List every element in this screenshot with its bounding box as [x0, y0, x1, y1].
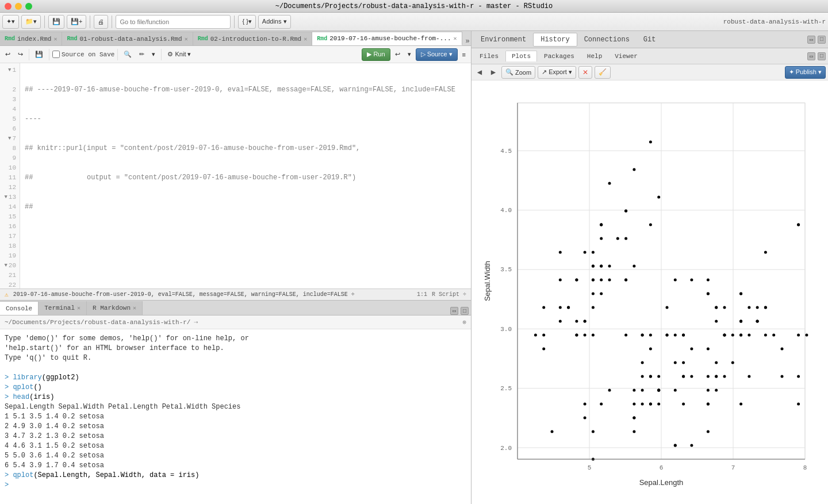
tab-connections[interactable]: Connections — [577, 33, 637, 46]
code-area[interactable]: ## ----2019-07-16-amuse-bouche-from-user… — [20, 63, 471, 288]
new-file-button[interactable]: ✦▾ — [2, 15, 19, 29]
code-tools-btn[interactable]: ▾ — [149, 48, 158, 61]
expand-right-bottom-button[interactable]: □ — [818, 52, 826, 60]
tab-packages[interactable]: Packages — [538, 51, 580, 61]
svg-point-134 — [682, 402, 685, 405]
source-button[interactable]: ▷ Source ▾ — [416, 48, 458, 61]
goto-file-input[interactable] — [116, 15, 231, 29]
open-button[interactable]: 📁▾ — [21, 15, 41, 29]
run-prev-button[interactable]: ↩ — [392, 48, 403, 61]
collapse-console-button[interactable]: ▭ — [450, 307, 458, 315]
svg-point-4 — [592, 251, 595, 253]
save-all-button[interactable]: 💾+ — [67, 15, 86, 29]
collapse-right-bottom-button[interactable]: ▭ — [807, 52, 815, 60]
svg-point-21 — [600, 237, 603, 240]
tab-amuse[interactable]: Rmd 2019-07-16-amuse-bouche-from-... ✕ — [312, 32, 462, 45]
ln-2: 2 — [3, 85, 16, 95]
svg-point-129 — [764, 333, 767, 336]
sep2 — [90, 16, 90, 28]
print-button[interactable]: 🖨 — [94, 15, 108, 29]
plot-next-button[interactable]: ▶ — [488, 67, 499, 78]
ln-17: 17 — [3, 232, 16, 241]
undo-button[interactable]: ↩ — [2, 48, 13, 61]
tab-files[interactable]: Files — [474, 51, 504, 61]
code-tools-button[interactable]: { }▾ — [238, 15, 255, 29]
minimize-button[interactable] — [15, 3, 22, 10]
console-pane: Console Terminal ✕ R Markdown ✕ ▭ □ ~/Do… — [0, 300, 471, 504]
console-tab-rmarkdown[interactable]: R Markdown ✕ — [87, 301, 143, 315]
tab-history[interactable]: History — [533, 33, 577, 47]
run-down-button[interactable]: ▾ — [405, 48, 414, 61]
tab-intro[interactable]: Rmd 02-introduction-to-R.Rmd ✕ — [193, 32, 312, 45]
expand-console-button[interactable]: □ — [461, 307, 469, 315]
svg-point-26 — [592, 278, 595, 281]
code-line-5 — [25, 232, 466, 241]
svg-point-58 — [731, 361, 734, 364]
svg-point-136 — [707, 278, 710, 281]
maximize-button[interactable] — [25, 3, 32, 10]
console-tab-terminal[interactable]: Terminal ✕ — [39, 301, 87, 315]
tab-index[interactable]: Rmd index.Rmd ✕ — [0, 32, 62, 45]
tab-git[interactable]: Git — [637, 33, 663, 46]
tab-close-robust[interactable]: ✕ — [185, 36, 188, 43]
export-label: Export ▾ — [549, 68, 572, 76]
svg-point-63 — [682, 361, 685, 364]
addins-button[interactable]: Addins ▾ — [258, 15, 291, 29]
plot-prev-button[interactable]: ◀ — [474, 67, 485, 78]
svg-point-43 — [592, 264, 595, 267]
svg-point-149 — [666, 333, 669, 336]
clear-icon[interactable]: ⊗ — [462, 318, 466, 326]
source-on-save-label: Source on Save — [52, 51, 114, 58]
console-output[interactable]: Type 'demo()' for some demos, 'help()' f… — [0, 329, 471, 504]
delete-plot-button[interactable]: ✕ — [578, 66, 592, 79]
rmarkdown-close[interactable]: ✕ — [133, 305, 136, 311]
tab-viewer[interactable]: Viewer — [609, 51, 643, 61]
zoom-button[interactable]: 🔍 Zoom — [501, 66, 535, 79]
svg-point-15 — [649, 140, 652, 143]
export-button[interactable]: ↗ Export ▾ — [538, 66, 576, 79]
terminal-close[interactable]: ✕ — [77, 305, 80, 311]
collapse-right-top-button[interactable]: ▭ — [807, 36, 815, 44]
source-more-button[interactable]: ≡ — [459, 48, 469, 61]
svg-point-87 — [707, 430, 710, 433]
console-tab-console[interactable]: Console — [0, 301, 39, 315]
svg-point-109 — [764, 251, 767, 253]
tab-robust[interactable]: Rmd 01-robust-data-analysis.Rmd ✕ — [62, 32, 193, 45]
redo-button[interactable]: ↪ — [15, 48, 26, 61]
run-button[interactable]: ▶ Run — [362, 48, 390, 61]
tab-overflow[interactable]: » — [462, 37, 471, 45]
code-editor[interactable]: ▼1 2 3 4 5 6 ▼7 8 9 10 11 12 ▼13 14 15 1… — [0, 63, 471, 288]
svg-point-123 — [707, 388, 710, 391]
broom-button[interactable]: 🧹 — [595, 66, 611, 79]
svg-point-130 — [781, 375, 784, 378]
ln-14: 14 — [3, 202, 16, 212]
export-icon: ↗ — [542, 68, 547, 76]
publish-button[interactable]: ✦ Publish ▾ — [785, 66, 826, 79]
expand-right-top-button[interactable]: □ — [818, 36, 826, 44]
source-on-save-checkbox[interactable] — [52, 51, 60, 58]
svg-point-122 — [797, 375, 800, 378]
svg-point-34 — [584, 320, 586, 322]
svg-point-93 — [592, 430, 595, 433]
find-button[interactable]: 🔍 — [121, 48, 135, 61]
svg-point-38 — [542, 333, 545, 336]
tab-close-index[interactable]: ✕ — [53, 36, 57, 43]
save-file-button[interactable]: 💾 — [32, 48, 46, 61]
svg-point-100 — [707, 292, 710, 295]
save-button[interactable]: 💾 — [48, 15, 64, 29]
tab-help[interactable]: Help — [581, 51, 608, 61]
ln-11: 11 — [3, 173, 16, 183]
tab-environment[interactable]: Environment — [474, 33, 533, 46]
knit-button[interactable]: ⚙ Knit ▾ — [164, 48, 194, 61]
sep4 — [234, 16, 235, 28]
tab-close-amuse[interactable]: ✕ — [453, 35, 457, 42]
con-cmd-1: > library(ggplot2) — [5, 373, 466, 383]
tab-close-intro[interactable]: ✕ — [304, 36, 307, 43]
con-row-3: 3 4.7 3.2 1.3 0.2 setosa — [5, 432, 466, 441]
spell-check-button[interactable]: ✏ — [136, 48, 147, 61]
tab-plots[interactable]: Plots — [505, 51, 537, 61]
close-button[interactable] — [5, 3, 12, 10]
svg-point-10 — [624, 237, 627, 240]
ln-blank — [3, 75, 16, 85]
svg-point-119 — [674, 444, 677, 447]
